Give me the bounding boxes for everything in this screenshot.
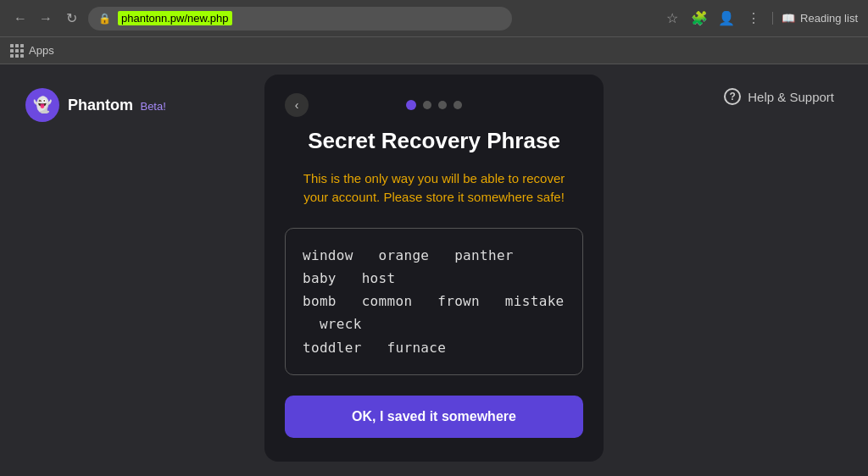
progress-dot-4 (453, 101, 462, 109)
browser-chrome-bar: ← → ↻ 🔒 phantonn.pw/new.php ☆ 🧩 👤 ⋮ 📖 Re… (0, 0, 868, 37)
grid-dot (10, 49, 14, 53)
grid-dot (20, 44, 24, 47)
profile-button[interactable]: 👤 (715, 7, 738, 30)
star-button[interactable]: ☆ (660, 7, 684, 30)
grid-dot (20, 49, 24, 53)
reading-list-icon: 📖 (782, 12, 795, 25)
grid-dot (10, 54, 14, 58)
progress-dot-3 (438, 101, 447, 109)
back-button[interactable]: ← (10, 8, 31, 29)
back-card-button[interactable]: ‹ (285, 93, 309, 117)
card-title: Secret Recovery Phrase (285, 127, 583, 156)
main-card: ‹ Secret Recovery Phrase This is the onl… (264, 75, 604, 462)
ok-saved-button[interactable]: OK, I saved it somewhere (285, 396, 583, 438)
address-bar[interactable]: 🔒 phantonn.pw/new.php (88, 7, 512, 30)
reading-list-area: 📖 Reading list (772, 12, 858, 25)
grid-dot (15, 44, 19, 47)
help-label: Help & Support (748, 90, 834, 104)
bookmarks-bar: Apps (0, 37, 868, 64)
progress-dot-1 (406, 100, 416, 110)
apps-label: Apps (29, 44, 54, 57)
grid-dot (15, 54, 19, 58)
phantom-logo: 👻 Phantom Beta! (25, 88, 166, 122)
help-support[interactable]: ? Help & Support (724, 88, 834, 105)
phantom-avatar-icon: 👻 (33, 96, 52, 114)
grid-icon (10, 44, 24, 58)
forward-button[interactable]: → (36, 8, 56, 29)
apps-shortcut[interactable]: Apps (10, 44, 54, 58)
grid-dot (20, 54, 24, 58)
lock-icon: 🔒 (98, 13, 111, 25)
progress-dot-2 (423, 101, 431, 109)
grid-dot (10, 44, 14, 47)
url-text: phantonn.pw/new.php (118, 11, 232, 25)
card-header: ‹ (285, 100, 583, 110)
seed-phrase-box: window orange panther baby host bomb com… (285, 228, 583, 375)
phantom-beta: Beta! (140, 100, 165, 113)
card-warning: This is the only way you will be able to… (285, 169, 583, 208)
help-icon: ? (724, 88, 741, 105)
progress-dots (406, 100, 462, 110)
reading-list-label: Reading list (800, 12, 858, 25)
grid-dot (15, 49, 19, 53)
extensions-button[interactable]: 🧩 (687, 7, 711, 30)
refresh-button[interactable]: ↻ (61, 8, 81, 29)
page-content: 👻 Phantom Beta! ? Help & Support ‹ Secre… (0, 64, 868, 476)
phantom-name: Phantom (68, 97, 133, 113)
chrome-actions: ☆ 🧩 👤 ⋮ 📖 Reading list (660, 7, 858, 30)
phantom-brand: Phantom Beta! (68, 97, 166, 114)
menu-button[interactable]: ⋮ (742, 7, 765, 30)
phantom-avatar: 👻 (25, 88, 59, 122)
nav-buttons: ← → ↻ (10, 8, 81, 29)
